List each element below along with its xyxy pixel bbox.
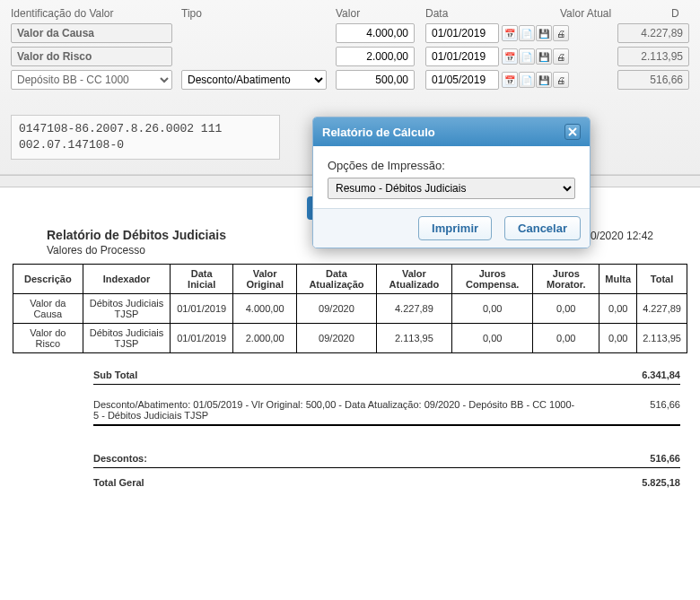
report-column-header: Data Inicial	[171, 264, 233, 293]
report-cell: 0,00	[452, 323, 533, 352]
action-icon-1[interactable]: 📄	[519, 48, 535, 65]
header-tipo: Tipo	[181, 7, 336, 20]
valor-atual-input	[617, 70, 689, 90]
action-icon-1[interactable]: 📄	[519, 25, 535, 41]
report-column-header: Valor Atualizado	[376, 264, 452, 293]
subtotal-label: Sub Total	[93, 370, 137, 380]
report-header-row: DescriçãoIndexadorData InicialValor Orig…	[13, 264, 687, 293]
report-cell: 4.227,89	[376, 293, 452, 323]
column-headers: Identificação do Valor Tipo Valor Data V…	[11, 7, 689, 20]
discount-text: Desconto/Abatimento: 01/05/2019 - Vlr Or…	[93, 399, 578, 421]
report-cell: 2.113,95	[376, 323, 452, 352]
report-column-header: Total	[637, 264, 687, 293]
report-data-row: Valor da CausaDébitos Judiciais TJSP01/0…	[13, 293, 687, 323]
identificacao-input[interactable]	[11, 47, 172, 66]
report-data-row: Valor do RiscoDébitos Judiciais TJSP01/0…	[13, 323, 687, 352]
dialog-title-text: Relatório de Cálculo	[322, 126, 435, 139]
close-icon	[568, 127, 577, 136]
code-line-1: 0147108-86.2007.8.26.0002 111	[19, 121, 272, 137]
report-cell: 0,00	[452, 293, 533, 323]
report-column-header: Juros Compensa.	[452, 264, 533, 293]
valor-input[interactable]	[336, 47, 415, 66]
header-d: D	[671, 7, 689, 20]
valor-atual-input	[617, 47, 689, 66]
report-cell: 0,00	[599, 293, 637, 323]
report-column-header: Data Atualização	[297, 264, 376, 293]
report-cell: 0,00	[533, 323, 599, 352]
header-identificacao: Identificação do Valor	[11, 7, 181, 20]
action-icon-3[interactable]: 🖨	[553, 48, 569, 65]
data-input[interactable]	[425, 47, 499, 66]
report-cell: Débitos Judiciais TJSP	[83, 323, 171, 352]
valor-atual-input	[617, 23, 689, 43]
subtotal-value: 6.341,84	[642, 370, 680, 380]
discount-description: Desconto/Abatimento: 01/05/2019 - Vlr Or…	[93, 399, 680, 421]
report-column-header: Multa	[599, 264, 637, 293]
report-cell: 01/01/2019	[171, 293, 233, 323]
report-cell: 09/2020	[297, 323, 376, 352]
descontos-value: 516,66	[650, 453, 680, 464]
calendar-icon[interactable]: 📅	[502, 72, 518, 88]
report-cell: 2.113,95	[637, 323, 687, 352]
report-cell: Valor do Risco	[13, 323, 83, 352]
report-cell: 4.227,89	[637, 293, 687, 323]
report-table: DescriçãoIndexadorData InicialValor Orig…	[13, 264, 687, 353]
cancel-button[interactable]: Cancelar	[504, 216, 581, 240]
data-input[interactable]	[425, 70, 499, 90]
dialog-close-button[interactable]	[564, 124, 581, 140]
dialog-titlebar: Relatório de Cálculo	[313, 117, 590, 146]
total-geral-value: 5.825,18	[642, 477, 680, 488]
report-column-header: Indexador	[83, 264, 171, 293]
report-cell: 4.000,00	[233, 293, 297, 323]
report-column-header: Valor Original	[233, 264, 297, 293]
report-cell: 2.000,00	[233, 323, 297, 352]
calendar-icon[interactable]: 📅	[502, 25, 518, 41]
report-cell: 0,00	[533, 293, 599, 323]
print-button[interactable]: Imprimir	[418, 216, 492, 240]
action-icon-2[interactable]: 💾	[536, 48, 552, 65]
code-line-2: 002.07.147108-0	[19, 137, 272, 153]
print-options-select[interactable]: Resumo - Débitos Judiciais	[328, 178, 575, 199]
total-geral-row: Total Geral 5.825,18	[93, 474, 680, 491]
identificacao-input[interactable]	[11, 23, 172, 43]
identificacao-select[interactable]: Depósito BB - CC 1000	[11, 70, 172, 90]
report-column-header: Juros Morator.	[533, 264, 599, 293]
tipo-select[interactable]: Desconto/Abatimento	[181, 70, 327, 90]
report-cell: 0,00	[599, 323, 637, 352]
report-cell: Valor da Causa	[13, 293, 83, 323]
action-icon-2[interactable]: 💾	[536, 25, 552, 41]
valor-input[interactable]	[336, 23, 415, 43]
subtotal-row: Sub Total 6.341,84	[93, 366, 680, 385]
total-geral-label: Total Geral	[93, 477, 144, 488]
value-row: 📅 📄 💾 🖨	[11, 47, 689, 66]
report-cell: 09/2020	[297, 293, 376, 323]
process-codes-box[interactable]: 0147108-86.2007.8.26.0002 111 002.07.147…	[11, 115, 280, 160]
action-icon-3[interactable]: 🖨	[553, 25, 569, 41]
report-dialog: Relatório de Cálculo Opções de Impressão…	[312, 117, 591, 248]
header-valor-atual: Valor Atual	[560, 7, 671, 20]
descontos-label: Descontos:	[93, 453, 147, 464]
value-row: Depósito BB - CC 1000 Desconto/Abatiment…	[11, 70, 689, 90]
report-cell: Débitos Judiciais TJSP	[83, 293, 171, 323]
action-icon-3[interactable]: 🖨	[553, 72, 569, 88]
report-column-header: Descrição	[13, 264, 83, 293]
report-cell: 01/01/2019	[171, 323, 233, 352]
report-body: Valor da CausaDébitos Judiciais TJSP01/0…	[13, 293, 687, 352]
dialog-option-label: Opções de Impressão:	[328, 159, 575, 172]
discount-amount: 516,66	[650, 399, 680, 421]
header-valor: Valor	[336, 7, 425, 20]
report-title: Relatório de Débitos Judiciais	[47, 228, 226, 242]
data-input[interactable]	[425, 23, 499, 43]
value-rows: 📅 📄 💾 🖨 📅 📄 💾 🖨 Depósito BB - CC 1000 De…	[11, 23, 689, 90]
valor-input[interactable]	[336, 70, 415, 90]
descontos-row: Descontos: 516,66	[93, 449, 680, 468]
action-icon-1[interactable]: 📄	[519, 72, 535, 88]
calendar-icon[interactable]: 📅	[502, 48, 518, 65]
value-row: 📅 📄 💾 🖨	[11, 23, 689, 43]
action-icon-2[interactable]: 💾	[536, 72, 552, 88]
header-data: Data	[425, 7, 560, 20]
